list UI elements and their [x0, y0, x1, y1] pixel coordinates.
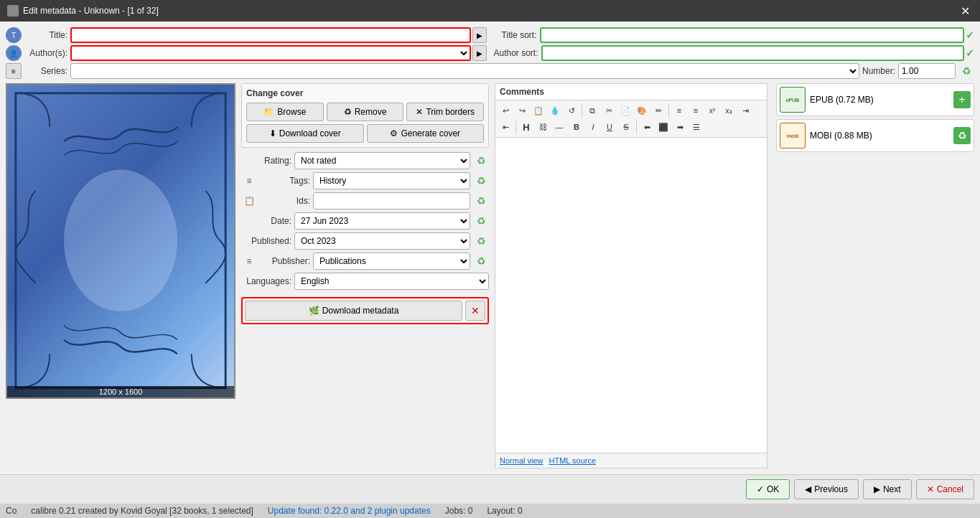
formats-sidebar: ePUB EPUB (0.72 MB) + mobi MOBI (0.88 MB… — [773, 83, 974, 468]
authors-field-row: 👤 Author(s): ▶ — [6, 45, 487, 61]
epub-icon: ePUB — [780, 87, 806, 113]
paste-button[interactable]: 📋 — [531, 103, 546, 118]
published-label: Published: — [241, 236, 291, 246]
tags-recycle-button[interactable]: ♻ — [473, 173, 489, 189]
normal-view-button[interactable]: Normal view — [500, 456, 543, 465]
date-label: Date: — [241, 216, 291, 226]
publisher-recycle-button[interactable]: ♻ — [473, 253, 489, 269]
ids-recycle-button[interactable]: ♻ — [473, 193, 489, 209]
undo-button[interactable]: ↩ — [498, 103, 513, 118]
author-sort-input[interactable] — [541, 45, 964, 61]
ok-button[interactable]: ✓ OK — [746, 479, 790, 499]
generate-label: Generate cover — [401, 128, 460, 138]
justify-button[interactable]: ☰ — [689, 119, 704, 135]
bold-button[interactable]: B — [569, 119, 584, 135]
generate-icon: ⚙ — [390, 128, 398, 138]
remove-cover-button[interactable]: ♻ Remove — [327, 103, 404, 121]
series-select[interactable] — [70, 63, 859, 79]
comments-textarea[interactable] — [495, 138, 767, 453]
html-source-button[interactable]: HTML source — [549, 456, 597, 465]
align-right-button[interactable]: ➡ — [672, 119, 688, 135]
redo-button[interactable]: ↪ — [514, 103, 530, 118]
pen-button[interactable]: ✏ — [650, 103, 666, 118]
next-button[interactable]: ▶ Next — [863, 479, 912, 499]
hr-button[interactable]: — — [551, 119, 567, 135]
rating-select[interactable]: Not rated — [294, 152, 470, 169]
download-close-button[interactable]: ✕ — [465, 301, 485, 321]
copy-button[interactable]: ⧉ — [584, 103, 600, 118]
underline-button[interactable]: U — [602, 119, 617, 135]
strike-button[interactable]: S — [618, 119, 634, 135]
trim-cover-button[interactable]: ✕ Trim borders — [406, 103, 484, 121]
sup-button[interactable]: x² — [704, 103, 720, 118]
languages-row: Languages: English — [241, 273, 489, 290]
change-cover-title: Change cover — [246, 88, 484, 98]
title-arrow-button[interactable]: ▶ — [472, 27, 487, 43]
download-metadata-button[interactable]: 🌿 Download metadata — [245, 301, 462, 321]
toolbar-sep-2 — [668, 103, 669, 118]
align-center-button[interactable]: ⬛ — [655, 119, 671, 135]
published-select[interactable]: Oct 2023 — [294, 232, 470, 250]
title-sort-input-wrap: ✓ — [540, 27, 975, 43]
series-number-input[interactable] — [898, 63, 956, 79]
series-recycle-button[interactable]: ♻ — [958, 63, 974, 79]
languages-select[interactable]: English — [294, 273, 489, 290]
trim-label: Trim borders — [426, 107, 475, 117]
cover-svg — [7, 85, 234, 397]
toolbar-sep-1 — [582, 103, 582, 118]
date-select[interactable]: 27 Jun 2023 — [294, 212, 470, 230]
outdent-button[interactable]: ⇤ — [498, 119, 513, 135]
align-left-button[interactable]: ⬅ — [639, 119, 655, 135]
indent-button[interactable]: ⇥ — [737, 103, 753, 118]
authors-arrow-button[interactable]: ▶ — [472, 45, 487, 61]
authors-label: Author(s): — [24, 48, 67, 58]
italic-button[interactable]: I — [585, 119, 601, 135]
cancel-button[interactable]: ✕ Cancel — [916, 479, 974, 499]
comments-section: Comments ↩ ↪ 📋 💧 ↺ ⧉ ✂ 📄 🎨 ✏ — [495, 83, 767, 468]
browse-cover-button[interactable]: 📁 Browse — [246, 103, 324, 121]
paint-button[interactable]: 🎨 — [634, 103, 650, 118]
book-cover[interactable]: 1200 x 1600 — [6, 83, 235, 399]
window-close-button[interactable]: ✕ — [958, 4, 973, 18]
ids-list-icon-button[interactable]: 📋 — [241, 193, 257, 209]
title-input[interactable] — [70, 27, 471, 43]
download-cover-button[interactable]: ⬇ Download cover — [246, 124, 364, 143]
publisher-label: Publisher: — [260, 256, 310, 266]
bottom-bar: ✓ OK ◀ Previous ▶ Next ✕ Cancel — [0, 474, 980, 504]
title-sort-input[interactable] — [540, 27, 965, 43]
ol-button[interactable]: ≡ — [671, 103, 687, 118]
generate-cover-button[interactable]: ⚙ Generate cover — [367, 124, 485, 143]
toolbar-sep-4 — [636, 120, 637, 134]
author-sort-check-icon: ✓ — [966, 47, 974, 59]
remove-label: Remove — [355, 107, 387, 117]
author-sort-input-wrap: ✓ — [541, 45, 974, 61]
publisher-list-icon-button[interactable]: ≡ — [241, 253, 257, 269]
chain-button[interactable]: ⛓ — [535, 119, 551, 135]
tags-select[interactable]: History — [313, 172, 470, 189]
smudge-button[interactable]: 💧 — [547, 103, 563, 118]
epub-label: EPUB (0.72 MB) — [810, 95, 949, 105]
authors-select[interactable] — [70, 45, 471, 61]
status-update: Update found: 0.22.0 and 2 plugin update… — [268, 506, 431, 516]
sub-button[interactable]: x₂ — [721, 103, 737, 118]
publisher-select[interactable]: Publications — [313, 253, 470, 270]
previous-button[interactable]: ◀ Previous — [794, 479, 859, 499]
heading-button[interactable]: H — [518, 119, 534, 135]
comments-toolbar: ↩ ↪ 📋 💧 ↺ ⧉ ✂ 📄 🎨 ✏ ≡ ≡ x² — [495, 100, 767, 138]
published-recycle-button[interactable]: ♻ — [473, 233, 489, 249]
date-recycle-button[interactable]: ♻ — [473, 213, 489, 229]
epub-add-button[interactable]: + — [953, 91, 971, 108]
ul-button[interactable]: ≡ — [688, 103, 704, 118]
window-title: Edit metadata - Unknown - [1 of 32] — [23, 6, 159, 16]
tags-list-icon-button[interactable]: ≡ — [241, 173, 257, 189]
cut-button[interactable]: ✂ — [601, 103, 617, 118]
ok-check-icon: ✓ — [757, 484, 764, 494]
refresh-button[interactable]: ↺ — [564, 103, 579, 118]
download-meta-icon: 🌿 — [309, 306, 319, 316]
mobi-remove-button[interactable]: ♻ — [953, 127, 971, 144]
download-meta-label: Download metadata — [322, 306, 399, 316]
rating-recycle-button[interactable]: ♻ — [473, 153, 489, 169]
ids-input[interactable] — [313, 192, 470, 209]
right-of-cover: Change cover 📁 Browse ♻ Remove — [241, 83, 489, 468]
file-button[interactable]: 📄 — [617, 103, 633, 118]
